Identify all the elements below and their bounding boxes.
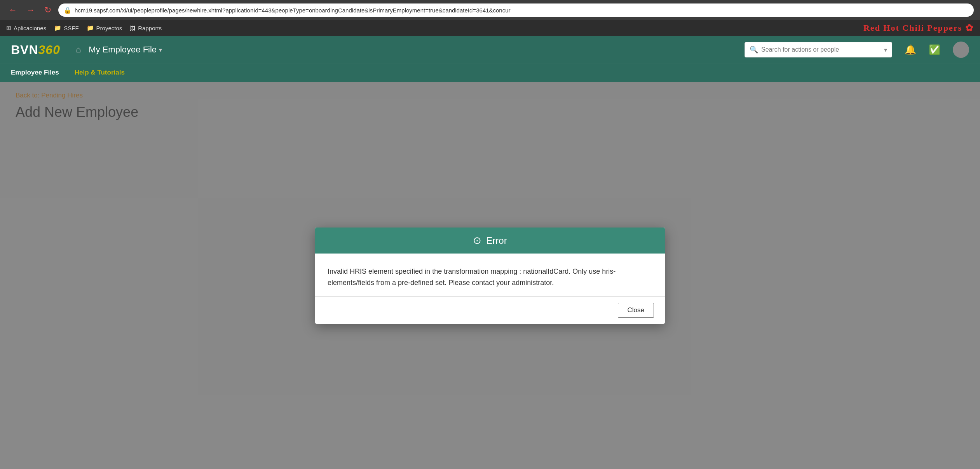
- sidebar-item-employee-files[interactable]: Employee Files: [11, 69, 59, 78]
- bookmark-label: Aplicaciones: [14, 25, 46, 31]
- address-bar[interactable]: 🔒 hcm19.sapsf.com/xi/ui/peopleprofile/pa…: [58, 3, 974, 17]
- bookmark-aplicaciones[interactable]: ⊞ Aplicaciones: [6, 24, 46, 31]
- home-icon[interactable]: ⌂: [76, 45, 81, 55]
- avatar[interactable]: [953, 42, 969, 58]
- back-button[interactable]: ←: [6, 3, 19, 17]
- bookmark-label: SSFF: [64, 25, 78, 31]
- check-circle-icon[interactable]: ✅: [929, 44, 940, 55]
- modal-header: ⊙ Error: [315, 228, 665, 254]
- modal-footer: Close: [315, 297, 665, 324]
- chevron-down-icon: ▾: [159, 46, 162, 54]
- search-box[interactable]: 🔍 ▾: [745, 42, 892, 57]
- modal-body: Invalid HRIS element specified in the tr…: [315, 254, 665, 297]
- image-icon: 🖼: [130, 25, 136, 31]
- refresh-button[interactable]: ↻: [42, 3, 54, 17]
- folder-icon: 📁: [54, 24, 61, 31]
- modal-title: Error: [486, 235, 507, 246]
- modal-overlay: ⊙ Error Invalid HRIS element specified i…: [0, 82, 980, 469]
- bookmark-label: Proyectos: [96, 25, 122, 31]
- brand-text: Red Hot Chili Peppers ✿: [863, 23, 974, 33]
- bookmark-label: Rapports: [138, 25, 162, 31]
- main-content: Back to: Pending Hires Add New Employee …: [0, 82, 980, 469]
- bookmark-ssff[interactable]: 📁 SSFF: [54, 24, 78, 31]
- error-icon: ⊙: [473, 234, 481, 247]
- address-text: hcm19.sapsf.com/xi/ui/peopleprofile/page…: [75, 7, 511, 14]
- notification-icon[interactable]: 🔔: [905, 44, 916, 55]
- apps-icon: ⊞: [6, 24, 11, 31]
- app-header: BVN360 ⌂ My Employee File ▾ 🔍 ▾ 🔔 ✅: [0, 36, 980, 64]
- search-input[interactable]: [761, 46, 881, 53]
- search-icon: 🔍: [750, 45, 758, 54]
- sub-nav: Employee Files Help & Tutorials: [0, 64, 980, 82]
- logo[interactable]: BVN360: [11, 43, 60, 57]
- close-button[interactable]: Close: [618, 303, 654, 318]
- forward-button[interactable]: →: [24, 3, 37, 17]
- error-modal: ⊙ Error Invalid HRIS element specified i…: [315, 228, 665, 324]
- sidebar-item-help-tutorials[interactable]: Help & Tutorials: [75, 69, 125, 78]
- nav-title-label: My Employee File: [89, 45, 157, 55]
- folder-icon: 📁: [87, 24, 94, 31]
- lock-icon: 🔒: [64, 7, 71, 14]
- modal-body-text: Invalid HRIS element specified in the tr…: [328, 268, 616, 287]
- brand-label: Red Hot Chili Peppers: [863, 23, 962, 33]
- bookmark-proyectos[interactable]: 📁 Proyectos: [87, 24, 122, 31]
- flower-icon: ✿: [965, 23, 974, 33]
- search-chevron-icon: ▾: [884, 46, 887, 54]
- bookmarks-bar: ⊞ Aplicaciones 📁 SSFF 📁 Proyectos 🖼 Rapp…: [0, 20, 980, 36]
- bookmark-rapports[interactable]: 🖼 Rapports: [130, 25, 162, 31]
- browser-chrome: ← → ↻ 🔒 hcm19.sapsf.com/xi/ui/peopleprof…: [0, 0, 980, 20]
- nav-title[interactable]: My Employee File ▾: [89, 45, 162, 55]
